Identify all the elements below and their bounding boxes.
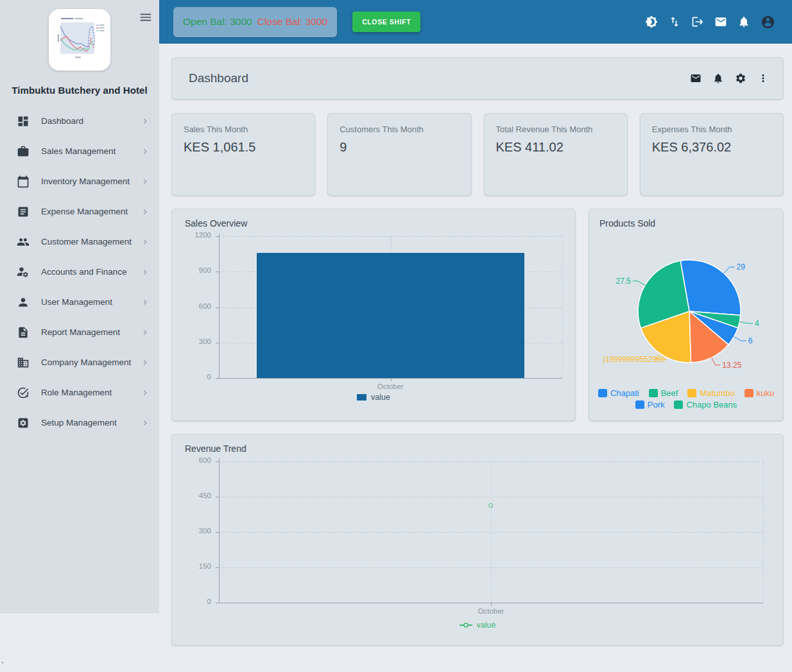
pie-label: 4 — [755, 319, 759, 328]
page-header-icons — [690, 73, 769, 84]
sidebar-item-company-management[interactable]: Company Management — [0, 347, 159, 377]
gear-icon[interactable] — [735, 73, 746, 84]
stat-label: Sales This Month — [184, 125, 303, 134]
pie-label: 6 — [748, 336, 753, 345]
legend-label: Chapo Beans — [686, 400, 737, 409]
products-sold-card: Products Sold 294613.25)1999999955296527… — [589, 209, 784, 421]
charts-row: Sales Overview 03006009001200October val… — [171, 209, 784, 421]
bell-icon[interactable] — [712, 73, 724, 84]
theme-toggle-icon[interactable] — [645, 15, 658, 28]
account-icon[interactable] — [761, 15, 775, 30]
sidebar-item-report-management[interactable]: Report Management — [0, 317, 159, 347]
dashboard-icon — [17, 115, 30, 128]
revenue-legend: value — [185, 621, 770, 630]
close-balance: Close Bal: 3000 — [257, 16, 327, 28]
chevron-right-icon — [140, 116, 150, 126]
x-axis-tick — [391, 378, 392, 381]
legend-swatch — [357, 394, 366, 401]
chart-title: Sales Overview — [185, 218, 562, 228]
stat-card-expenses: Expenses This Month KES 6,376.02 — [640, 113, 784, 196]
pie-slice-chapati — [680, 260, 741, 315]
sidebar-item-label: Company Management — [41, 358, 140, 367]
page-title: Dashboard — [189, 71, 248, 85]
legend-label: value — [477, 621, 496, 630]
y-tick-label: 1200 — [185, 231, 211, 239]
sidebar-item-label: Accounts and Finance — [41, 267, 140, 277]
bell-icon[interactable] — [737, 15, 750, 28]
sidebar-item-label: Report Management — [41, 327, 140, 337]
mail-icon[interactable] — [714, 15, 727, 28]
right-edge-gridline — [763, 461, 764, 603]
stat-label: Total Revenue This Month — [496, 125, 616, 134]
sidebar-item-role-management[interactable]: Role Management — [0, 377, 159, 408]
stat-value: KES 411.02 — [496, 140, 616, 155]
chart-title: Products Sold — [599, 218, 773, 228]
legend-item-matumbo: Matumbo — [687, 388, 734, 398]
pie-label-line — [633, 281, 645, 286]
company-logo — [49, 9, 110, 71]
y-axis-line — [219, 233, 220, 378]
sales-overview-chart: 03006009001200October — [185, 231, 562, 393]
legend-line-marker — [460, 622, 472, 628]
sidebar-item-label: Dashboard — [41, 116, 140, 126]
legend-label: Chapati — [610, 388, 639, 398]
close-shift-button[interactable]: CLOSE SHIFT — [352, 12, 420, 32]
pie-label: 29 — [737, 263, 746, 271]
sales-legend: value — [185, 393, 562, 402]
legend-item-chapo-beans: Chapo Beans — [674, 400, 737, 409]
mini-line-chart-logo-icon — [53, 13, 107, 67]
sidebar-item-label: Customer Management — [41, 237, 140, 246]
hamburger-menu-button[interactable] — [139, 10, 153, 24]
legend-swatch — [687, 389, 696, 397]
main-column: Open Bal: 3000 Close Bal: 3000 CLOSE SHI… — [159, 0, 792, 646]
report-icon — [17, 326, 30, 339]
sidebar-item-user-management[interactable]: User Management — [0, 287, 159, 317]
company-name: Timbuktu Butchery and Hotel — [0, 85, 159, 96]
document-icon — [17, 205, 30, 218]
y-tick-label: 0 — [185, 598, 211, 605]
stat-card-sales: Sales This Month KES 1,061.5 — [171, 113, 315, 196]
stat-label: Expenses This Month — [652, 125, 771, 134]
sidebar-item-setup-management[interactable]: Setup Management — [0, 408, 159, 438]
legend-swatch — [674, 401, 683, 409]
legend-item-pork: Pork — [635, 400, 665, 409]
y-tick-label: 600 — [185, 456, 211, 464]
swap-vertical-icon[interactable] — [668, 15, 681, 28]
category-gridline — [491, 461, 492, 603]
sidebar-item-customer-management[interactable]: Customer Management — [0, 227, 159, 257]
sidebar-item-inventory-management[interactable]: Inventory Management — [0, 166, 159, 196]
y-tick-label: 300 — [185, 527, 211, 535]
people-icon — [17, 236, 30, 248]
chevron-right-icon — [140, 267, 150, 277]
shift-balance-pill: Open Bal: 3000 Close Bal: 3000 — [173, 7, 337, 37]
y-tick-label: 450 — [185, 492, 211, 499]
building-icon — [17, 356, 30, 369]
sales-overview-card: Sales Overview 03006009001200October val… — [171, 209, 576, 421]
sidebar-item-sales-management[interactable]: Sales Management — [0, 136, 159, 166]
stats-row: Sales This Month KES 1,061.5 Customers T… — [171, 113, 784, 196]
sidebar-item-label: Setup Management — [41, 418, 140, 427]
legend-label: value — [371, 393, 390, 402]
x-tick-label: October — [452, 607, 529, 615]
pie-label: 13.25 — [722, 361, 741, 370]
chevron-right-icon — [140, 327, 150, 338]
x-axis-tick — [491, 603, 492, 606]
sidebar-item-accounts-and-finance[interactable]: Accounts and Finance — [0, 257, 159, 287]
legend-label: Pork — [648, 400, 665, 409]
y-tick-label: 600 — [185, 302, 211, 310]
sidebar-item-expense-management[interactable]: Expense Management — [0, 196, 159, 227]
mail-icon[interactable] — [690, 73, 702, 84]
legend-item-beef: Beef — [649, 388, 678, 398]
legend-label: Matumbo — [700, 388, 734, 398]
check-circle-icon — [17, 386, 30, 399]
chevron-right-icon — [140, 177, 150, 187]
stat-card-revenue: Total Revenue This Month KES 411.02 — [484, 113, 628, 196]
topbar-icons — [645, 15, 780, 30]
revenue-trend-chart: 0150300450600October — [185, 456, 770, 621]
y-tick-label: 300 — [185, 338, 211, 345]
kebab-menu-icon[interactable] — [757, 73, 769, 84]
calendar-icon — [17, 175, 30, 188]
logout-icon[interactable] — [691, 15, 704, 28]
chevron-right-icon — [140, 146, 150, 157]
sidebar-item-dashboard[interactable]: Dashboard — [0, 106, 159, 136]
